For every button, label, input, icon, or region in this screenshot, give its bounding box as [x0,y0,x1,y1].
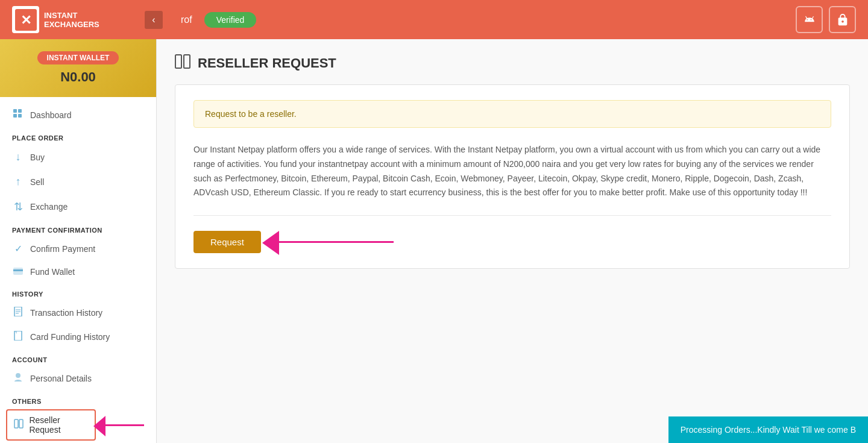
top-header: ✕ INSTANT EXCHANGERS ‹ rof Verified [0,0,868,39]
sidebar-item-reseller-request[interactable]: Reseller Request [6,409,96,441]
svg-rect-5 [18,114,22,118]
svg-rect-2 [13,109,17,113]
sidebar-item-card-funding-history[interactable]: Card Funding History [0,325,156,349]
svg-rect-14 [14,419,18,428]
sidebar-item-sell[interactable]: ↑ Sell [0,169,156,194]
logo-area: ✕ INSTANT EXCHANGERS ‹ [12,6,169,33]
sidebar-item-transaction-history-label: Transaction History [30,308,102,318]
svg-rect-23 [184,55,190,68]
sidebar-item-dashboard-label: Dashboard [30,110,72,120]
sidebar-item-dashboard[interactable]: Dashboard [0,103,156,127]
book-icon [13,419,24,431]
request-button[interactable]: Request [193,231,261,253]
sidebar-item-personal-details[interactable]: Personal Details [0,366,156,391]
request-row: Request [193,231,831,253]
request-arrow [273,241,394,243]
sidebar: INSTANT WALLET N0.00 Dashboard PLACE ORD… [0,39,157,443]
svg-rect-22 [175,55,181,68]
notification-text: Processing Orders...Kindly Wait Till we … [681,425,856,435]
sidebar-item-personal-details-label: Personal Details [30,374,92,383]
logo-text: INSTANT EXCHANGERS [44,11,99,29]
user-icon [12,372,24,385]
content-area: RESELLER REQUEST Request to be a reselle… [157,39,868,443]
page-title: RESELLER REQUEST [198,55,336,71]
section-account: ACCOUNT [0,349,156,366]
sidebar-item-fund-wallet[interactable]: Fund Wallet [0,260,156,283]
header-username: rof [181,14,192,25]
logo-icon: ✕ [12,6,39,33]
sidebar-item-card-funding-history-label: Card Funding History [30,332,110,342]
svg-point-13 [16,373,20,378]
sidebar-item-confirm-payment[interactable]: ✓ Confirm Payment [0,237,156,260]
reseller-card: Request to be a reseller. Our Instant Ne… [175,84,850,269]
section-place-order: PLACE ORDER [0,127,156,145]
sidebar-item-confirm-payment-label: Confirm Payment [30,244,95,254]
confirm-icon: ✓ [12,243,24,254]
svg-rect-4 [13,114,17,118]
sidebar-item-buy[interactable]: ↓ Buy [0,145,156,169]
sidebar-nav: Dashboard PLACE ORDER ↓ Buy ↑ Sell ⇅ Exc… [0,97,156,443]
bottom-notification: Processing Orders...Kindly Wait Till we … [668,416,868,443]
sidebar-item-reseller-request-label: Reseller Request [29,415,89,435]
doc2-icon [12,331,24,343]
header-center: rof Verified [169,12,796,28]
info-banner: Request to be a reseller. [193,100,831,128]
reseller-arrow-row: Reseller Request [0,408,156,442]
svg-rect-3 [18,109,22,113]
svg-rect-15 [19,419,23,428]
sidebar-item-fund-wallet-label: Fund Wallet [30,267,75,277]
sidebar-item-sell-label: Sell [30,177,44,187]
svg-text:✕: ✕ [20,13,31,28]
reseller-title-icon [175,54,190,72]
section-payment-confirmation: PAYMENT CONFIRMATION [0,219,156,237]
wallet-amount: N0.00 [12,69,144,85]
sidebar-item-exchange-label: Exchange [30,202,68,212]
divider [193,215,831,216]
sidebar-item-transaction-history[interactable]: Transaction History [0,301,156,325]
android-icon-button[interactable] [796,6,823,33]
lock-icon-button[interactable] [829,6,856,33]
header-icons [796,6,856,33]
verified-badge: Verified [204,12,257,28]
exchange-icon: ⇅ [12,200,24,213]
svg-rect-12 [14,331,22,341]
sidebar-arrow [102,413,156,437]
section-others: OTHERS [0,391,156,408]
svg-rect-7 [13,269,23,271]
card-icon [12,266,24,277]
description-text: Our Instant Netpay platform offers you a… [193,143,831,200]
wallet-label: INSTANT WALLET [37,51,119,64]
main-layout: INSTANT WALLET N0.00 Dashboard PLACE ORD… [0,39,868,443]
sidebar-item-buy-label: Buy [30,152,45,162]
wallet-area: INSTANT WALLET N0.00 [0,39,156,97]
sidebar-collapse-button[interactable]: ‹ [145,11,163,29]
page-title-row: RESELLER REQUEST [175,54,850,72]
grid-icon [12,109,24,121]
section-history: HISTORY [0,283,156,301]
doc-icon [12,307,24,319]
sidebar-item-exchange[interactable]: ⇅ Exchange [0,194,156,219]
sell-icon: ↑ [12,175,24,188]
buy-icon: ↓ [12,151,24,163]
